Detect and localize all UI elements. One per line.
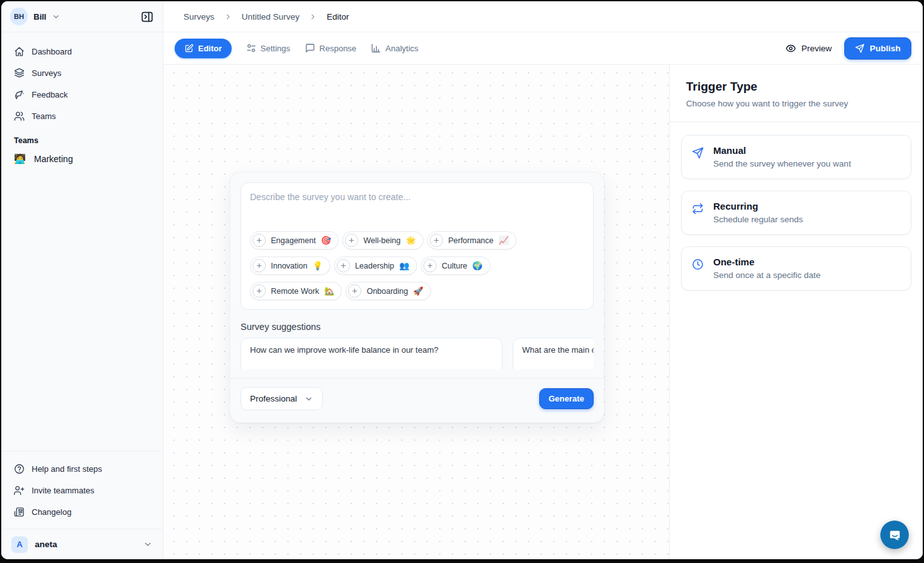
main-area: Surveys Untitled Survey Editor Editor [163, 1, 923, 559]
panel-subtitle: Choose how you want to trigger the surve… [686, 99, 906, 108]
breadcrumb-surveys[interactable]: Surveys [184, 12, 215, 22]
plus-icon [430, 234, 443, 247]
sidebar: BH Bill Dashboard Surv [1, 1, 163, 559]
suggestions-title: Survey suggestions [240, 322, 594, 332]
tab-settings[interactable]: Settings [246, 43, 290, 53]
suggestion-card[interactable]: What are the main ob [513, 338, 594, 369]
trigger-option-one-time[interactable]: One-time Send once at a specific date [681, 246, 911, 291]
sidebar-item-dashboard[interactable]: Dashboard [9, 41, 155, 62]
tone-select[interactable]: Professional [240, 387, 323, 410]
sidebar-item-surveys[interactable]: Surveys [9, 62, 155, 84]
house-emoji-icon: 🏡 [324, 286, 334, 296]
tab-label: Response [320, 44, 357, 53]
prompt-placeholder: Describe the survey you want to create..… [250, 192, 584, 202]
editor-toolbar: Editor Settings Response Analytics [163, 32, 923, 65]
survey-generator-card: Describe the survey you want to create..… [230, 172, 604, 423]
trigger-options: Manual Send the survey whenever you want… [670, 122, 923, 315]
workspace-switcher[interactable]: BH Bill [1, 1, 163, 32]
send-icon [692, 147, 704, 159]
user-avatar: A [11, 536, 28, 553]
plus-icon [348, 284, 361, 298]
sidebar-item-label: Feedback [32, 90, 68, 99]
sidebar-item-teams[interactable]: Teams [9, 105, 155, 127]
chip-innovation[interactable]: Innovation 💡 [250, 256, 330, 275]
help-circle-icon [14, 464, 25, 474]
suggestions-row: How can we improve work-life balance in … [240, 338, 594, 369]
chevron-down-icon [52, 13, 60, 21]
chip-well-being[interactable]: Well-being 🌟 [342, 231, 423, 250]
sidebar-item-feedback[interactable]: Feedback [9, 84, 155, 105]
breadcrumb-untitled-survey[interactable]: Untitled Survey [242, 12, 300, 22]
sidebar-item-invite[interactable]: Invite teammates [9, 479, 155, 501]
technologist-emoji-icon: 🧑‍💻 [14, 153, 26, 165]
chip-onboarding[interactable]: Onboarding 🚀 [346, 282, 431, 300]
trigger-option-text: Manual Send the survey whenever you want [713, 145, 851, 168]
user-name: aneta [35, 540, 57, 549]
chip-culture[interactable]: Culture 🌍 [421, 256, 490, 275]
survey-prompt-input[interactable]: Describe the survey you want to create..… [240, 182, 594, 310]
workspace-avatar: BH [10, 8, 28, 25]
people-emoji-icon: 👥 [399, 261, 409, 270]
chevron-down-icon [143, 540, 153, 549]
chevron-down-icon [304, 395, 313, 403]
home-icon [14, 46, 25, 57]
tab-label: Settings [261, 44, 290, 53]
sidebar-item-label: Surveys [32, 68, 61, 78]
edit-icon [184, 44, 194, 53]
app-window: BH Bill Dashboard Surv [1, 1, 923, 559]
preview-label: Preview [801, 44, 832, 53]
globe-emoji-icon: 🌍 [472, 261, 482, 270]
plus-icon [253, 234, 266, 247]
tab-label: Editor [198, 44, 222, 53]
sidebar-team-marketing[interactable]: 🧑‍💻 Marketing [9, 148, 155, 170]
content-area: Describe the survey you want to create..… [163, 65, 923, 559]
panel-title: Trigger Type [686, 80, 906, 94]
tab-editor[interactable]: Editor [175, 39, 232, 58]
chevron-right-icon [309, 13, 317, 21]
chip-performance[interactable]: Performance 📈 [427, 231, 516, 250]
user-plus-icon [14, 485, 25, 496]
sliders-icon [246, 43, 256, 53]
chip-engagement[interactable]: Engagement 🎯 [250, 231, 339, 250]
plus-icon [345, 234, 358, 247]
repeat-icon [692, 203, 704, 215]
trigger-option-title: Manual [713, 145, 851, 156]
sidebar-item-changelog[interactable]: Changelog [9, 501, 155, 522]
newspaper-icon [14, 507, 25, 517]
chat-launcher-button[interactable] [880, 521, 909, 549]
trigger-option-description: Send the survey whenever you want [713, 159, 851, 168]
trigger-option-manual[interactable]: Manual Send the survey whenever you want [681, 135, 911, 179]
tab-response[interactable]: Response [305, 43, 357, 53]
chart-emoji-icon: 📈 [499, 236, 509, 245]
tab-analytics[interactable]: Analytics [371, 43, 418, 53]
users-icon [14, 111, 25, 122]
sidebar-item-help[interactable]: Help and first steps [9, 458, 155, 479]
chip-leadership[interactable]: Leadership 👥 [334, 256, 417, 275]
editor-canvas[interactable]: Describe the survey you want to create..… [163, 65, 670, 559]
sidebar-item-label: Help and first steps [32, 464, 102, 474]
suggestion-card[interactable]: How can we improve work-life balance in … [240, 338, 503, 369]
trigger-type-panel: Trigger Type Choose how you want to trig… [670, 65, 923, 559]
trigger-option-text: One-time Send once at a specific date [713, 256, 821, 280]
trigger-panel-header: Trigger Type Choose how you want to trig… [670, 65, 923, 122]
workspace-name: Bill [34, 12, 46, 22]
bar-chart-icon [371, 43, 381, 53]
sidebar-collapse-button[interactable] [139, 9, 155, 25]
sidebar-item-label: Changelog [32, 507, 72, 517]
preview-button[interactable]: Preview [785, 43, 832, 54]
send-icon [855, 44, 865, 53]
sidebar-spacer [1, 170, 163, 451]
breadcrumb: Surveys Untitled Survey Editor [163, 1, 923, 32]
eye-icon [785, 43, 796, 54]
sidebar-nav: Dashboard Surveys Feedback Teams [1, 32, 163, 170]
publish-button[interactable]: Publish [844, 37, 911, 60]
dart-emoji-icon: 🎯 [321, 236, 331, 245]
message-square-icon [305, 43, 315, 53]
chat-bubble-icon [888, 528, 902, 542]
trigger-option-recurring[interactable]: Recurring Schedule regular sends [681, 191, 911, 235]
user-menu[interactable]: A aneta [1, 529, 163, 559]
chip-remote-work[interactable]: Remote Work 🏡 [250, 282, 342, 300]
generate-button[interactable]: Generate [539, 388, 594, 409]
plus-icon [423, 259, 437, 272]
tab-label: Analytics [385, 44, 418, 53]
